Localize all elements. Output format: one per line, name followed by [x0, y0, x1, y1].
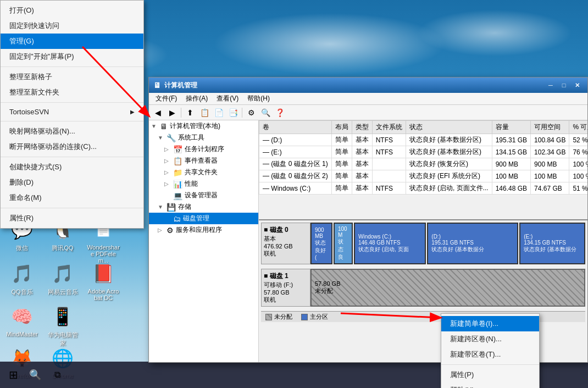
segment-size-c: 146.48 GB NTFS: [358, 240, 421, 246]
menu-help[interactable]: 帮助(H): [243, 93, 274, 104]
taskbar-search[interactable]: 🔍: [25, 365, 45, 385]
context-menu-item-properties[interactable]: 属性(R): [1, 210, 143, 226]
desktop-icon-qqmusic[interactable]: 🎵 QQ音乐: [2, 258, 42, 298]
expand-icon[interactable]: ▼: [151, 123, 160, 129]
segment-status-c: 状态良好 (启动, 页面: [358, 246, 421, 253]
disk-context-new-simple[interactable]: 新建简单卷(I)...: [441, 316, 539, 331]
disk-segment-d[interactable]: (D:) 195.31 GB NTFS 状态良好 (基本数据分: [427, 223, 518, 264]
context-menu-item-open[interactable]: 打开(O): [1, 3, 143, 18]
tree-panel: ▼ 🖥 计算机管理(本地) ▼ 🔧 系统工具 ▷ 📅 任务计划程序 ▷ 📋: [149, 120, 259, 362]
context-menu: 打开(O) 固定到快速访问 管理(G) 固定到"开始"屏幕(P) 整理至新格子 …: [0, 0, 144, 229]
col-header-cap: 容量: [492, 121, 530, 134]
disk-1-row: ■ 磁盘 1 可移动 (F:) 57.80 GB 联机 57.80 GB 未分配: [261, 269, 585, 307]
disk-0-name: ■ 磁盘 0: [264, 225, 308, 235]
col-header-fs: 文件系统: [372, 121, 406, 134]
services-icon: ⚙: [167, 226, 174, 235]
tree-item-services[interactable]: ▷ ⚙ 服务和应用程序: [149, 224, 258, 236]
segment-status-unalloc: 未分配: [315, 287, 581, 295]
expand-icon-system[interactable]: ▼: [158, 135, 167, 141]
desktop-icon-mindmaster[interactable]: 🧠 MindMaster: [2, 301, 42, 340]
disk-context-properties[interactable]: 属性(P): [441, 367, 539, 383]
context-menu-item-manage[interactable]: 管理(G): [1, 34, 143, 49]
performance-icon: 📊: [173, 180, 182, 189]
context-menu-item-create-shortcut[interactable]: 创建快捷方式(S): [1, 159, 143, 175]
segment-size-e: 134.15 GB NTFS: [524, 240, 581, 246]
tree-label-scheduler: 任务计划程序: [185, 145, 224, 154]
tree-label-performance: 性能: [185, 179, 198, 189]
menu-view[interactable]: 查看(V): [212, 93, 243, 104]
context-menu-item-disconnect-drive[interactable]: 断开网络驱动器的连接(C)...: [1, 139, 143, 154]
tree-item-system-tools[interactable]: ▼ 🔧 系统工具: [149, 132, 258, 143]
tree-label-device: 设备管理器: [185, 191, 218, 200]
expand-icon-svc[interactable]: ▷: [158, 227, 167, 233]
col-header-layout: 布局: [331, 121, 352, 134]
desktop-icon-huawei[interactable]: 📱 华为电脑管家: [43, 301, 82, 350]
table-row[interactable]: — Windows (C:) 简单 基本 NTFS 状态良好 (启动, 页面文件…: [259, 182, 588, 195]
menu-file[interactable]: 文件(F): [151, 93, 181, 104]
table-row[interactable]: — (磁盘 0 磁盘分区 2) 简单 基本 状态良好 (EFI 系统分区) 10…: [259, 170, 588, 182]
maximize-button[interactable]: □: [558, 80, 570, 90]
table-row[interactable]: — (E:) 简单 基本 NTFS 状态良好 (基本数据分区) 134.15 G…: [259, 146, 588, 158]
context-menu-item-rename[interactable]: 重命名(M): [1, 190, 143, 206]
context-menu-item-pin-start[interactable]: 固定到"开始"屏幕(P): [1, 49, 143, 64]
tree-item-scheduler[interactable]: ▷ 📅 任务计划程序: [149, 143, 258, 155]
context-menu-item-delete[interactable]: 删除(D): [1, 175, 143, 190]
context-menu-item-map-drive[interactable]: 映射网络驱动器(N)...: [1, 124, 143, 139]
expand-icon-ev[interactable]: ▷: [164, 158, 173, 164]
context-menu-item-sort-folder[interactable]: 整理至新文件夹: [1, 85, 143, 100]
toolbar-btn-5[interactable]: ⚙: [245, 107, 258, 119]
tree-item-storage[interactable]: ▼ 💾 存储: [149, 201, 258, 213]
col-header-pct: % 可用: [569, 121, 587, 134]
submenu-arrow-icon: ▶: [130, 109, 135, 115]
separator-5: [1, 208, 143, 208]
tree-item-disk-management[interactable]: 🗂 磁盘管理: [149, 213, 258, 224]
tree-item-shared-folder[interactable]: ▷ 📁 共享文件夹: [149, 167, 258, 178]
segment-status-d: 状态良好 (基本数据分: [431, 246, 514, 253]
desktop-icon-adobe[interactable]: 📕 Adobe Acro bat DC: [84, 258, 123, 303]
disk-management-icon: 🗂: [173, 214, 181, 223]
toolbar-btn-3[interactable]: 📄: [212, 107, 225, 119]
tree-label-shared: 共享文件夹: [185, 168, 218, 177]
close-button[interactable]: ✕: [571, 80, 583, 90]
minimize-button[interactable]: ─: [545, 80, 557, 90]
toolbar-btn-6[interactable]: 🔍: [259, 107, 272, 119]
event-viewer-icon: 📋: [173, 157, 182, 165]
expand-icon-perf[interactable]: ▷: [164, 181, 173, 187]
context-menu-item-tortoisesvn[interactable]: TortoiseSVN ▶: [1, 105, 143, 119]
up-button[interactable]: ⬆: [184, 107, 197, 119]
disk-segment-recovery[interactable]: 900 MB 状态良好 (: [310, 223, 332, 264]
table-row[interactable]: — (D:) 简单 基本 NTFS 状态良好 (基本数据分区) 195.31 G…: [259, 134, 588, 146]
expand-icon-stor[interactable]: ▼: [158, 204, 167, 210]
col-header-type: 类型: [352, 121, 372, 134]
segment-status-efi: 状态良: [338, 238, 348, 261]
tree-item-device-manager[interactable]: 💻 设备管理器: [149, 190, 258, 201]
expand-icon-sched[interactable]: ▷: [164, 146, 173, 152]
legend-color-unallocated: [265, 314, 272, 320]
tree-item-computer[interactable]: ▼ 🖥 计算机管理(本地): [149, 120, 258, 132]
disk-segment-e[interactable]: (E:) 134.15 GB NTFS 状态良好 (基本数据分: [519, 223, 585, 264]
back-button[interactable]: ◀: [151, 107, 164, 119]
window-toolbar: ◀ ▶ ⬆ 📋 📄 📑 ⚙ 🔍 ❓: [149, 105, 587, 120]
tree-item-eventviewer[interactable]: ▷ 📋 事件查看器: [149, 155, 258, 167]
desktop-icon-netease[interactable]: 🎵 网易云音乐: [43, 258, 82, 298]
expand-icon-sf[interactable]: ▷: [164, 169, 173, 175]
context-menu-item-sort-grid[interactable]: 整理至新格子: [1, 69, 143, 85]
toolbar-btn-4[interactable]: 📑: [226, 107, 240, 119]
taskbar-start-button[interactable]: ⊞: [3, 365, 23, 385]
taskbar-taskview[interactable]: ⧉: [47, 365, 67, 385]
disk-context-help[interactable]: 帮助(H): [441, 383, 539, 388]
disk-segment-efi[interactable]: 100 M 状态良: [334, 223, 353, 264]
disk-context-new-striped[interactable]: 新建带区卷(T)...: [441, 347, 539, 362]
disk-segment-unallocated[interactable]: 57.80 GB 未分配: [310, 269, 585, 307]
disk-segment-c[interactable]: Windows (C:) 146.48 GB NTFS 状态良好 (启动, 页面: [354, 223, 426, 264]
tree-item-performance[interactable]: ▷ 📊 性能: [149, 178, 258, 190]
segment-label-d: (D:): [431, 234, 514, 240]
table-row[interactable]: — (磁盘 0 磁盘分区 1) 简单 基本 状态良好 (恢复分区) 900 MB…: [259, 158, 588, 170]
toolbar-btn-2[interactable]: 📋: [198, 107, 211, 119]
context-menu-item-pin-quick[interactable]: 固定到快速访问: [1, 18, 143, 34]
forward-button[interactable]: ▶: [165, 107, 179, 119]
toolbar-btn-7[interactable]: ❓: [273, 107, 286, 119]
menu-action[interactable]: 操作(A): [181, 93, 212, 104]
tree-label-computer: 计算机管理(本地): [170, 121, 220, 131]
disk-context-new-spanned[interactable]: 新建跨区卷(N)...: [441, 331, 539, 347]
